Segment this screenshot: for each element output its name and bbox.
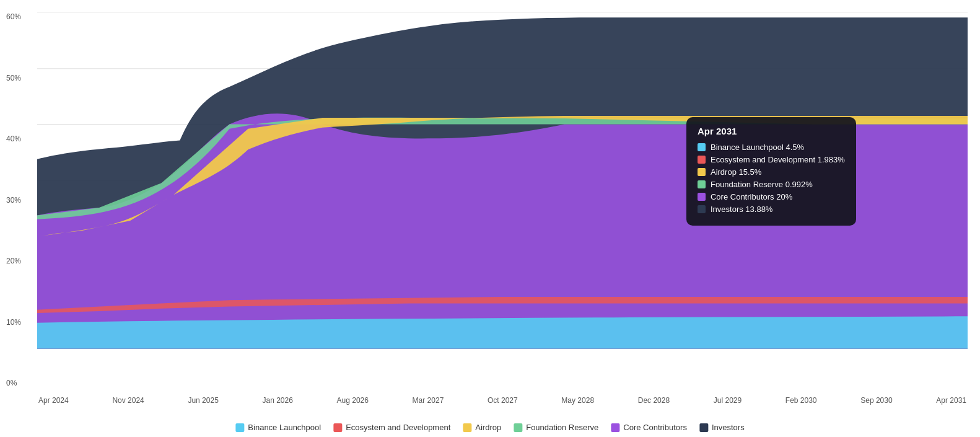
y-label-0: 0% <box>6 379 21 387</box>
x-label-nov2024: Nov 2024 <box>112 396 144 405</box>
legend-swatch-ecosystem <box>333 423 342 432</box>
stacked-area-chart <box>37 12 968 387</box>
x-label-apr2031: Apr 2031 <box>936 396 966 405</box>
x-axis-labels: Apr 2024 Nov 2024 Jun 2025 Jan 2026 Aug … <box>37 396 968 405</box>
legend-label-investors: Investors <box>712 423 745 432</box>
chart-area: Apr 2024 Nov 2024 Jun 2025 Jan 2026 Aug … <box>37 12 968 387</box>
x-label-dec2028: Dec 2028 <box>638 396 670 405</box>
legend-label-core: Core Contributors <box>623 423 687 432</box>
legend-swatch-binance <box>235 423 244 432</box>
x-label-feb2030: Feb 2030 <box>785 396 817 405</box>
y-label-20: 20% <box>6 257 21 265</box>
chart-container: 60% 50% 40% 30% 20% 10% 0% <box>0 0 980 437</box>
legend-item-binance: Binance Launchpool <box>235 423 321 432</box>
legend-label-binance: Binance Launchpool <box>248 423 321 432</box>
y-label-10: 10% <box>6 318 21 327</box>
x-label-apr2024: Apr 2024 <box>38 396 69 405</box>
legend-item-airdrop: Airdrop <box>463 423 501 432</box>
legend-item-ecosystem: Ecosystem and Development <box>333 423 450 432</box>
legend-swatch-foundation <box>514 423 522 432</box>
y-axis-labels: 60% 50% 40% 30% 20% 10% 0% <box>6 12 21 387</box>
legend-item-foundation: Foundation Reserve <box>514 423 598 432</box>
x-label-aug2026: Aug 2026 <box>337 396 369 405</box>
legend-label-ecosystem: Ecosystem and Development <box>346 423 450 432</box>
legend-item-core: Core Contributors <box>611 423 687 432</box>
x-label-jun2025: Jun 2025 <box>188 396 218 405</box>
legend-swatch-airdrop <box>463 423 471 432</box>
legend-swatch-core <box>611 423 619 432</box>
legend-swatch-investors <box>699 423 708 432</box>
legend-label-foundation: Foundation Reserve <box>526 423 598 432</box>
legend-label-airdrop: Airdrop <box>475 423 501 432</box>
x-label-mar2027: Mar 2027 <box>413 396 444 405</box>
x-label-oct2027: Oct 2027 <box>488 396 518 405</box>
legend-item-investors: Investors <box>699 423 745 432</box>
x-label-may2028: May 2028 <box>561 396 594 405</box>
x-label-jan2026: Jan 2026 <box>262 396 292 405</box>
binance-launchpool-area <box>37 316 968 348</box>
y-label-40: 40% <box>6 135 21 143</box>
x-label-sep2030: Sep 2030 <box>860 396 892 405</box>
x-label-jul2029: Jul 2029 <box>714 396 742 405</box>
y-label-30: 30% <box>6 196 21 205</box>
chart-legend: Binance Launchpool Ecosystem and Develop… <box>235 423 744 432</box>
y-label-60: 60% <box>6 12 21 21</box>
y-label-50: 50% <box>6 74 21 82</box>
